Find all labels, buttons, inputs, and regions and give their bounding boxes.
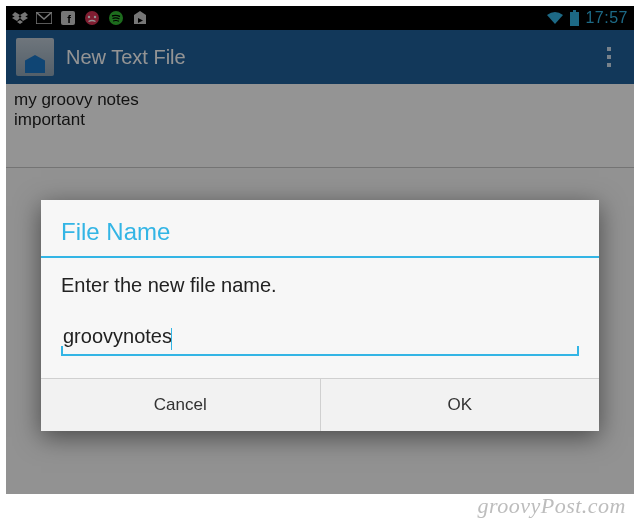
dialog-message: Enter the new file name.	[61, 274, 579, 297]
filename-input[interactable]: groovynotes	[63, 325, 172, 347]
cancel-button[interactable]: Cancel	[41, 379, 320, 431]
dialog-title: File Name	[41, 200, 599, 258]
device-screen: f 17:57	[6, 6, 634, 494]
watermark: groovyPost.com	[477, 493, 626, 519]
text-cursor	[171, 328, 173, 350]
file-name-dialog: File Name Enter the new file name. groov…	[41, 200, 599, 431]
ok-button[interactable]: OK	[320, 379, 600, 431]
filename-input-wrap[interactable]: groovynotes	[61, 323, 579, 356]
